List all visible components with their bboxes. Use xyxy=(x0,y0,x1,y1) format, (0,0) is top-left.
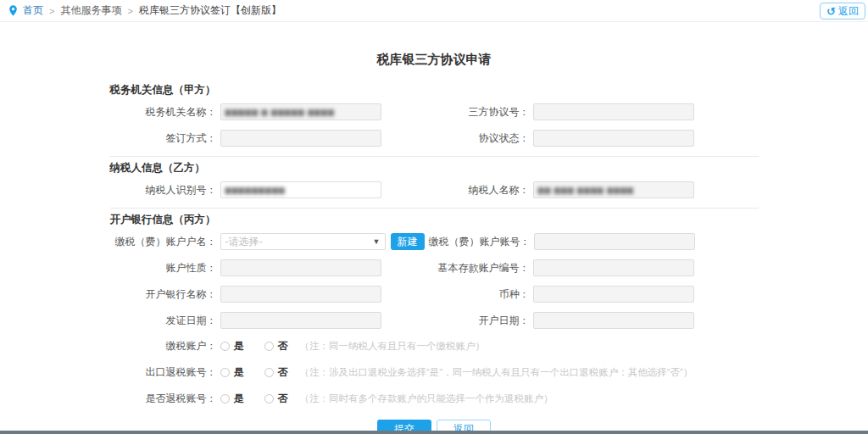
is-refund-note: （注：同时有多个存款账户的只能选择一个作为退税账户） xyxy=(300,392,554,405)
tax-account-yes-radio[interactable] xyxy=(220,342,230,351)
tax-account-label: 缴税账户： xyxy=(110,339,220,353)
location-pin-icon xyxy=(8,5,18,16)
section-title-party-b: 纳税人信息（乙方） xyxy=(110,161,759,175)
redacted-value: ▆▆▆▆▆ ▆ ▆▆▆▆▆ ▆▆▆▆ xyxy=(225,108,335,116)
export-refund-note: （注：涉及出口退税业务选择“是”，同一纳税人有且只有一个出口退税账户；其他选择“… xyxy=(300,366,693,379)
export-refund-radio-row: 出口退税账号： 是 否 （注：涉及出口退税业务选择“是”，同一纳税人有且只有一个… xyxy=(110,364,759,380)
breadcrumb-home[interactable]: 首页 xyxy=(23,3,43,18)
tax-org-name-label: 税务机关名称： xyxy=(110,105,220,120)
is-refund-yes-radio[interactable] xyxy=(220,394,230,403)
agreement-status-label: 协议状态： xyxy=(394,131,533,146)
form-content: 税库银三方协议申请 税务机关信息（甲方） 税务机关名称： ▆▆▆▆▆ ▆ ▆▆▆… xyxy=(110,51,759,434)
currency-field[interactable] xyxy=(533,286,694,303)
account-nature-label: 账户性质： xyxy=(110,261,220,275)
account-nature-field[interactable] xyxy=(220,259,381,276)
open-date-field[interactable] xyxy=(533,312,694,329)
app-window: 首页 > 其他服务事项 > 税库银三方协议签订【创新版】 ↺ 返回 税库银三方协… xyxy=(0,0,868,434)
issue-date-field[interactable] xyxy=(220,312,381,329)
export-refund-no-radio[interactable] xyxy=(264,368,274,377)
form-row: 签订方式： 协议状态： xyxy=(110,130,759,147)
pay-account-name-label: 缴税（费）账户户名： xyxy=(110,235,220,249)
page-title: 税库银三方协议申请 xyxy=(110,51,759,68)
radio-yes-label: 是 xyxy=(234,392,244,406)
radio-yes-label: 是 xyxy=(234,365,244,380)
sign-method-field[interactable] xyxy=(220,130,381,147)
sign-method-label: 签订方式： xyxy=(110,131,220,146)
chevron-down-icon: ▼ xyxy=(373,237,381,246)
export-refund-label: 出口退税账号： xyxy=(110,365,220,380)
pay-account-no-field[interactable] xyxy=(534,233,695,250)
tax-account-radio-row: 缴税账户： 是 否 （注：同一纳税人有且只有一个缴税账户） xyxy=(110,338,759,353)
back-button-top[interactable]: ↺ 返回 xyxy=(820,3,865,19)
radio-no-label: 否 xyxy=(278,339,288,353)
currency-label: 币种： xyxy=(394,287,533,302)
taxpayer-id-label: 纳税人识别号： xyxy=(110,183,220,198)
redacted-value: ▆▆▆▆▆▆▆▆▆ xyxy=(225,186,286,194)
breadcrumb-separator: > xyxy=(49,6,54,16)
pay-account-name-select[interactable]: -请选择- ▼ xyxy=(220,233,386,250)
breadcrumb-bar: 首页 > 其他服务事项 > 税库银三方协议签订【创新版】 ↺ 返回 xyxy=(0,0,868,22)
form-row: 开户银行名称： 币种： xyxy=(110,286,759,303)
select-placeholder: -请选择- xyxy=(225,235,263,249)
form-row: 缴税（费）账户户名： -请选择- ▼ 新建 缴税（费）账户账号： xyxy=(110,233,759,250)
tax-account-note: （注：同一纳税人有且只有一个缴税账户） xyxy=(300,340,486,353)
form-row: 发证日期： 开户日期： xyxy=(110,312,759,329)
radio-yes-label: 是 xyxy=(234,339,244,353)
bank-name-label: 开户银行名称： xyxy=(110,287,220,302)
redacted-value: ▆▆ ▆▆▆ ▆▆▆▆ ▆▆▆▆ xyxy=(538,186,634,194)
back-arrow-icon: ↺ xyxy=(826,6,836,17)
bank-name-field[interactable] xyxy=(220,286,381,303)
back-button-label: 返回 xyxy=(838,4,859,19)
breadcrumb-other-services[interactable]: 其他服务事项 xyxy=(60,3,121,18)
basic-deposit-no-field[interactable] xyxy=(533,259,694,276)
issue-date-label: 发证日期： xyxy=(110,314,220,328)
is-refund-no-radio[interactable] xyxy=(264,394,274,403)
agreement-no-label: 三方协议号： xyxy=(394,105,533,120)
form-row: 账户性质： 基本存款账户编号： xyxy=(110,259,759,276)
is-refund-label: 是否退税账号： xyxy=(110,392,220,406)
breadcrumb-current: 税库银三方协议签订【创新版】 xyxy=(139,3,281,18)
section-title-party-c: 开户银行信息（丙方） xyxy=(110,213,759,226)
section-divider xyxy=(110,156,759,157)
tax-org-name-field[interactable]: ▆▆▆▆▆ ▆ ▆▆▆▆▆ ▆▆▆▆ xyxy=(220,103,381,120)
is-refund-radio-row: 是否退税账号： 是 否 （注：同时有多个存款账户的只能选择一个作为退税账户） xyxy=(110,391,759,406)
tax-account-no-radio[interactable] xyxy=(264,342,274,351)
export-refund-yes-radio[interactable] xyxy=(220,368,230,377)
section-divider xyxy=(110,208,759,209)
taxpayer-name-label: 纳税人名称： xyxy=(394,183,533,198)
agreement-status-field[interactable] xyxy=(533,130,694,147)
breadcrumb-separator: > xyxy=(127,6,132,16)
form-row: 纳税人识别号： ▆▆▆▆▆▆▆▆▆ 纳税人名称： ▆▆ ▆▆▆ ▆▆▆▆ ▆▆▆… xyxy=(110,181,759,198)
window-bottom-edge xyxy=(0,431,868,434)
taxpayer-name-field[interactable]: ▆▆ ▆▆▆ ▆▆▆▆ ▆▆▆▆ xyxy=(533,181,694,198)
open-date-label: 开户日期： xyxy=(394,314,533,328)
radio-no-label: 否 xyxy=(278,392,288,406)
agreement-no-field[interactable] xyxy=(533,103,694,120)
radio-no-label: 否 xyxy=(278,365,288,380)
basic-deposit-no-label: 基本存款账户编号： xyxy=(394,261,533,275)
section-title-party-a: 税务机关信息（甲方） xyxy=(110,83,759,97)
pay-account-no-label: 缴税（费）账户账号： xyxy=(395,235,534,249)
taxpayer-id-field[interactable]: ▆▆▆▆▆▆▆▆▆ xyxy=(220,181,381,198)
form-row: 税务机关名称： ▆▆▆▆▆ ▆ ▆▆▆▆▆ ▆▆▆▆ 三方协议号： xyxy=(110,103,759,120)
